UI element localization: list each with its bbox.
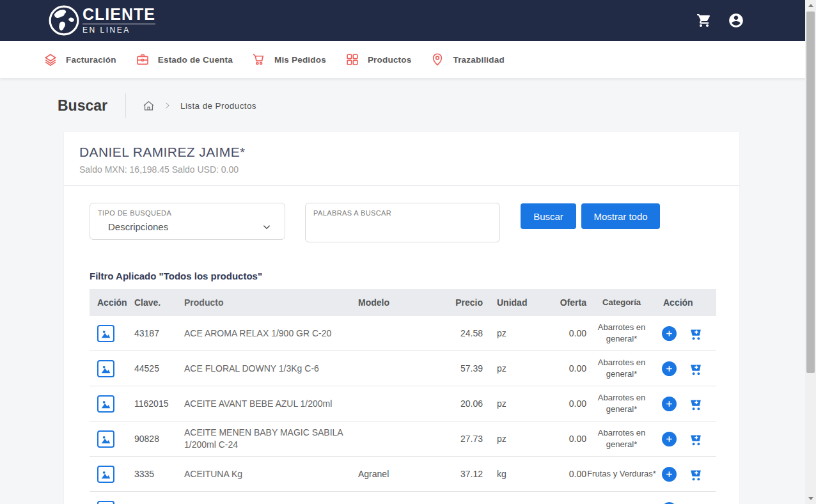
product-oferta: 0.00 — [531, 363, 586, 374]
product-image-button[interactable] — [97, 430, 114, 448]
table-header-row: Acción Clave. Producto Modelo Precio Uni… — [90, 289, 716, 316]
product-clave: 3335 — [134, 469, 184, 479]
product-image-button[interactable] — [97, 501, 114, 504]
product-categoria: Abarrotes en general* — [586, 357, 657, 380]
palabras-label: PALABRAS A BUSCAR — [313, 209, 492, 217]
title-divider — [125, 93, 126, 118]
nav-item-mis-pedidos[interactable]: Mis Pedidos — [252, 52, 326, 67]
table-row: 44525 ACE FLORAL DOWNY 1/3Kg C-6 57.39 p… — [90, 351, 716, 386]
search-section: TIPO DE BUSQUEDA Descripciones PALABRAS … — [64, 186, 739, 504]
nav-item-facturacion[interactable]: Facturación — [43, 52, 116, 67]
nav-label: Productos — [368, 55, 412, 65]
product-name: ACE AROMA RELAX 1/900 GR C-20 — [184, 327, 358, 340]
col-modelo: Modelo — [358, 297, 428, 308]
plus-icon — [665, 365, 673, 373]
product-name: ACEITE MENEN BABY MAGIC SABILA 1/200ml C… — [184, 427, 358, 451]
cart-plus-icon — [687, 325, 703, 342]
plus-icon — [665, 470, 673, 478]
product-name: ACE FLORAL DOWNY 1/3Kg C-6 — [184, 363, 358, 375]
product-image-button[interactable] — [97, 395, 114, 413]
nav-item-productos[interactable]: Productos — [345, 52, 412, 67]
filter-applied-heading: Filtro Aplicado "Todos los productos" — [90, 271, 716, 281]
cart-plus-icon — [687, 501, 703, 504]
col-oferta: Oferta — [531, 297, 586, 308]
home-icon[interactable] — [143, 100, 155, 112]
logo-subtitle: EN LINEA — [82, 24, 155, 35]
app-header: CLIENTE EN LINEA — [0, 0, 816, 41]
add-to-cart-button[interactable] — [687, 430, 703, 447]
product-categoria: Frutas y Verduras* — [586, 468, 657, 480]
palabras-field-box: PALABRAS A BUSCAR — [305, 203, 500, 242]
account-saldo: Saldo MXN: 16,198.45 Saldo USD: 0.00 — [79, 164, 724, 175]
image-icon — [100, 328, 111, 339]
add-quantity-button[interactable] — [662, 467, 677, 482]
col-unidad: Unidad — [483, 297, 531, 308]
product-image-button[interactable] — [97, 360, 114, 377]
search-input[interactable] — [313, 221, 492, 232]
products-table: Acción Clave. Producto Modelo Precio Uni… — [90, 289, 716, 504]
col-precio: Precio — [428, 297, 483, 308]
scrollbar-thumb[interactable] — [806, 12, 815, 373]
page-scrollbar[interactable] — [805, 0, 816, 504]
nav-item-trazabilidad[interactable]: Trazabilidad — [430, 52, 504, 67]
add-quantity-button[interactable] — [662, 361, 677, 376]
logo-title: CLIENTE — [82, 6, 155, 22]
add-to-cart-button[interactable] — [687, 501, 703, 504]
table-row: 43187 ACE AROMA RELAX 1/900 GR C-20 24.5… — [90, 316, 716, 351]
add-quantity-button[interactable] — [662, 502, 677, 504]
scrollbar-up-arrow[interactable] — [805, 0, 816, 11]
product-categoria: Abarrotes en general* — [586, 322, 657, 345]
cart-plus-icon — [687, 360, 703, 377]
product-image-button[interactable] — [97, 466, 114, 483]
table-body: 43187 ACE AROMA RELAX 1/900 GR C-20 24.5… — [90, 316, 716, 504]
product-categoria: Abarrotes en general* — [586, 427, 657, 450]
product-unidad: kg — [483, 469, 531, 479]
account-summary: DANIEL RAMIREZ JAIME* Saldo MXN: 16,198.… — [64, 132, 739, 186]
add-to-cart-button[interactable] — [687, 360, 703, 377]
add-quantity-button[interactable] — [662, 326, 677, 341]
product-unidad: pz — [483, 328, 531, 338]
product-precio: 37.12 — [428, 469, 483, 479]
col-accion: Acción — [657, 297, 716, 308]
product-name: ACEITE AVANT BEBE AZUL 1/200ml — [184, 398, 358, 410]
buscar-button[interactable]: Buscar — [521, 203, 576, 229]
breadcrumb-current: Lista de Productos — [180, 101, 256, 111]
mostrar-todo-button[interactable]: Mostrar todo — [581, 203, 660, 229]
product-precio: 24.58 — [428, 328, 483, 338]
app-logo: CLIENTE EN LINEA — [48, 4, 155, 36]
product-oferta: 0.00 — [531, 328, 586, 338]
image-icon — [100, 434, 111, 445]
globe-logo-icon — [48, 4, 80, 36]
tipo-busqueda-select[interactable]: TIPO DE BUSQUEDA Descripciones — [90, 203, 285, 240]
add-to-cart-button[interactable] — [687, 466, 703, 482]
product-unidad: pz — [483, 398, 531, 409]
plus-icon — [665, 329, 673, 338]
plus-icon — [665, 400, 673, 408]
col-producto: Producto — [184, 297, 358, 309]
breadcrumb: Lista de Productos — [143, 100, 256, 112]
nav-label: Mis Pedidos — [274, 55, 326, 65]
col-categoria: Categoría — [586, 297, 657, 308]
product-image-button[interactable] — [97, 325, 114, 342]
image-icon — [100, 469, 111, 480]
briefcase-icon — [136, 52, 150, 67]
add-quantity-button[interactable] — [662, 397, 677, 411]
header-cart-button[interactable] — [696, 12, 712, 29]
add-to-cart-button[interactable] — [687, 325, 703, 342]
cart-icon — [696, 13, 712, 28]
product-categoria: Abarrotes en general* — [586, 392, 657, 415]
nav-label: Facturación — [66, 55, 116, 65]
nav-item-estado-de-cuenta[interactable]: Estado de Cuenta — [136, 52, 233, 67]
nav-label: Trazabilidad — [453, 55, 504, 65]
header-account-button[interactable] — [728, 12, 744, 29]
scrollbar-down-arrow[interactable] — [805, 493, 816, 504]
table-row: 68945 ACELGAS 3.13 pz 0.00 Frutas y Verd… — [90, 492, 716, 504]
nav-label: Estado de Cuenta — [158, 55, 233, 65]
pin-icon — [430, 52, 444, 67]
product-unidad: pz — [483, 434, 531, 444]
product-clave: 43187 — [134, 328, 184, 338]
account-name: DANIEL RAMIREZ JAIME* — [79, 145, 724, 160]
add-quantity-button[interactable] — [662, 432, 677, 446]
table-row: 1162015 ACEITE AVANT BEBE AZUL 1/200ml 2… — [90, 386, 716, 421]
add-to-cart-button[interactable] — [687, 395, 703, 412]
